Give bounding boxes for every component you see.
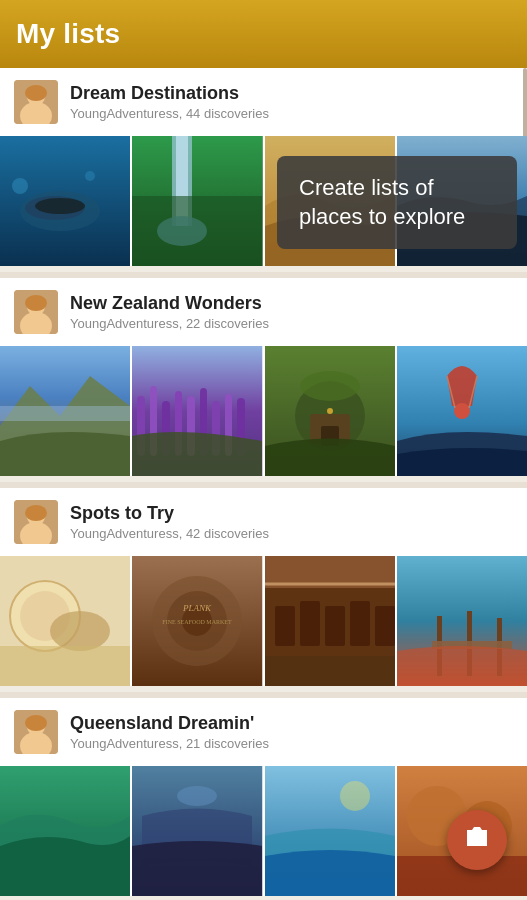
svg-rect-62 xyxy=(375,606,395,646)
list-meta: YoungAdventuress, 42 discoveries xyxy=(70,526,513,541)
photo-image xyxy=(132,136,262,266)
list-meta: YoungAdventuress, 22 discoveries xyxy=(70,316,513,331)
svg-point-2 xyxy=(25,85,47,101)
photo-grid-container: Create lists of places to explore xyxy=(0,136,527,266)
camera-icon xyxy=(463,823,491,858)
svg-point-78 xyxy=(340,781,370,811)
photo-cell xyxy=(397,556,527,686)
list-header: Spots to Try YoungAdventuress, 42 discov… xyxy=(0,488,527,556)
avatar xyxy=(14,80,58,124)
list-name: Queensland Dreamin' xyxy=(70,713,513,735)
photo-cell xyxy=(132,766,262,896)
svg-text:FINE SEAFOOD MARKET: FINE SEAFOOD MARKET xyxy=(163,619,233,625)
svg-rect-64 xyxy=(265,656,395,686)
photo-grid[interactable] xyxy=(0,346,527,476)
svg-rect-14 xyxy=(132,196,262,266)
svg-point-40 xyxy=(454,403,470,419)
svg-rect-61 xyxy=(350,601,370,646)
svg-point-37 xyxy=(327,408,333,414)
list-item[interactable]: Dream Destinations YoungAdventuress, 44 … xyxy=(0,68,527,266)
photo-cell xyxy=(0,766,130,896)
svg-point-8 xyxy=(12,178,28,194)
photo-cell xyxy=(265,556,395,686)
photo-cell xyxy=(265,766,395,896)
list-info: Queensland Dreamin' YoungAdventuress, 21… xyxy=(70,713,513,752)
avatar xyxy=(14,710,58,754)
camera-fab-button[interactable] xyxy=(447,810,507,870)
list-item[interactable]: New Zealand Wonders YoungAdventuress, 22… xyxy=(0,278,527,476)
list-header: Dream Destinations YoungAdventuress, 44 … xyxy=(0,68,527,136)
list-header: Queensland Dreamin' YoungAdventuress, 21… xyxy=(0,698,527,766)
photo-cell xyxy=(132,136,262,266)
photo-cell xyxy=(0,346,130,476)
list-info: Dream Destinations YoungAdventuress, 44 … xyxy=(70,83,513,122)
svg-rect-22 xyxy=(0,406,130,421)
svg-point-19 xyxy=(25,295,47,311)
svg-rect-49 xyxy=(0,646,130,686)
svg-point-43 xyxy=(25,505,47,521)
svg-point-38 xyxy=(300,371,360,401)
photo-cell xyxy=(397,346,527,476)
photo-cell: PLANK FINE SEAFOOD MARKET xyxy=(132,556,262,686)
list-info: Spots to Try YoungAdventuress, 42 discov… xyxy=(70,503,513,542)
svg-text:PLANK: PLANK xyxy=(182,603,212,613)
list-item[interactable]: Spots to Try YoungAdventuress, 42 discov… xyxy=(0,488,527,686)
list-header: New Zealand Wonders YoungAdventuress, 22… xyxy=(0,278,527,346)
svg-point-76 xyxy=(177,786,217,806)
svg-point-48 xyxy=(50,611,110,651)
list-item[interactable]: Queensland Dreamin' YoungAdventuress, 21… xyxy=(0,698,527,896)
list-meta: YoungAdventuress, 21 discoveries xyxy=(70,736,513,751)
tooltip: Create lists of places to explore xyxy=(277,156,517,249)
photo-cell xyxy=(0,136,130,266)
list-info: New Zealand Wonders YoungAdventuress, 22… xyxy=(70,293,513,332)
page-title: My lists xyxy=(16,18,120,50)
photo-cell xyxy=(0,556,130,686)
photo-cell xyxy=(132,346,262,476)
svg-rect-59 xyxy=(300,601,320,646)
list-name: Spots to Try xyxy=(70,503,513,525)
svg-point-9 xyxy=(85,171,95,181)
list-meta: YoungAdventuress, 44 discoveries xyxy=(70,106,513,121)
avatar xyxy=(14,290,58,334)
list-name: New Zealand Wonders xyxy=(70,293,513,315)
photo-grid[interactable]: PLANK FINE SEAFOOD MARKET xyxy=(0,556,527,686)
list-name: Dream Destinations xyxy=(70,83,513,105)
svg-point-72 xyxy=(25,715,47,731)
photo-cell xyxy=(265,346,395,476)
header: My lists xyxy=(0,0,527,68)
photo-image xyxy=(0,136,130,266)
svg-point-7 xyxy=(35,198,85,214)
svg-rect-60 xyxy=(325,606,345,646)
avatar xyxy=(14,500,58,544)
tooltip-text: Create lists of places to explore xyxy=(299,175,465,229)
svg-rect-58 xyxy=(275,606,295,646)
